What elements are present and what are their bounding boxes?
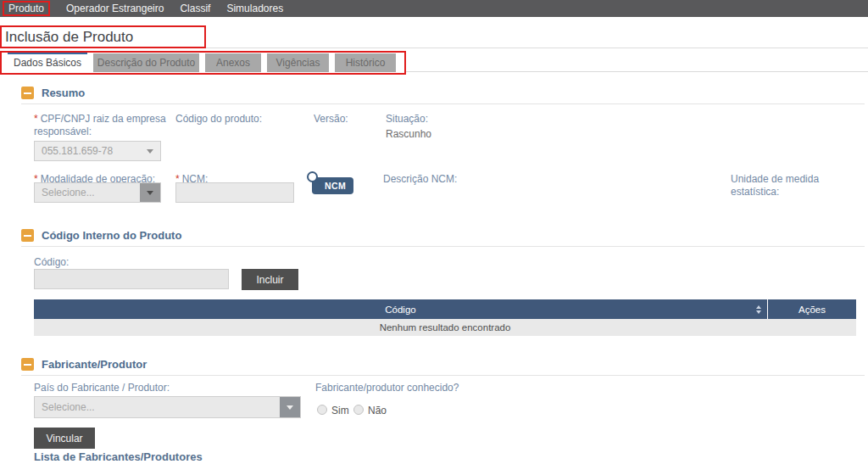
section-title-resumo: Resumo bbox=[42, 87, 85, 99]
descricao-ncm-label: Descrição NCM: bbox=[383, 173, 457, 186]
vincular-button[interactable]: Vincular bbox=[34, 428, 95, 449]
required-marker: * bbox=[34, 113, 38, 125]
codigo-table: Código Ações Nenhum resultado encontrado bbox=[34, 299, 856, 336]
incluir-button[interactable]: Incluir bbox=[242, 269, 298, 290]
ncm-input[interactable] bbox=[175, 182, 294, 203]
column-header-codigo-text: Código bbox=[385, 305, 415, 315]
sort-icon[interactable] bbox=[756, 305, 761, 314]
section-header-codigo-interno: Código Interno do Produto bbox=[21, 229, 865, 247]
codigo-input[interactable] bbox=[34, 269, 229, 289]
situacao-label: Situação: bbox=[386, 113, 428, 126]
nav-item-produto[interactable]: Produto bbox=[3, 1, 50, 16]
nav-item-simuladores[interactable]: Simuladores bbox=[226, 3, 283, 14]
fabricante-conhecido-label: Fabricante/produtor conhecido? bbox=[315, 382, 459, 394]
column-header-acoes-text: Ações bbox=[798, 305, 826, 315]
tab-descricao-do-produto[interactable]: Descrição do Produto bbox=[93, 53, 199, 72]
pais-fabricante-label: País do Fabricante / Produtor: bbox=[34, 382, 170, 394]
chevron-down-icon[interactable] bbox=[140, 183, 160, 202]
tab-bar: Dados Básicos Descrição do Produto Anexo… bbox=[0, 51, 406, 75]
chevron-down-icon[interactable] bbox=[280, 397, 300, 417]
cpf-cnpj-value: 055.181.659-78 bbox=[35, 145, 147, 157]
lista-fabricantes-title: Lista de Fabricantes/Produtores bbox=[34, 450, 203, 463]
title-divider bbox=[206, 48, 868, 48]
radio-sim-label: Sim bbox=[331, 405, 349, 416]
pais-fabricante-value: Selecione... bbox=[35, 401, 280, 413]
collapse-minus-icon[interactable] bbox=[21, 87, 34, 99]
cpf-cnpj-label-text: CPF/CNPJ raiz da empresa responsável: bbox=[34, 113, 166, 137]
column-header-codigo[interactable]: Código bbox=[34, 305, 767, 315]
annotation-box-title: Inclusão de Produto bbox=[0, 25, 206, 48]
section-header-fabricante: Fabricante/Produtor bbox=[21, 358, 865, 376]
cpf-cnpj-select[interactable]: 055.181.659-78 bbox=[34, 141, 161, 161]
cpf-cnpj-label: *CPF/CNPJ raiz da empresa responsável: bbox=[34, 113, 176, 138]
radio-nao[interactable] bbox=[353, 405, 364, 415]
modalidade-value: Selecione... bbox=[35, 187, 140, 198]
codigo-table-header: Código Ações bbox=[34, 299, 856, 319]
nav-item-operador-estrangeiro[interactable]: Operador Estrangeiro bbox=[66, 3, 164, 14]
tab-anexos[interactable]: Anexos bbox=[205, 53, 261, 72]
radio-nao-label: Não bbox=[368, 405, 387, 416]
unidade-medida-label: Unidade de medida estatística: bbox=[731, 173, 868, 198]
top-nav: Produto Operador Estrangeiro Classif Sim… bbox=[0, 0, 868, 17]
page-title: Inclusão de Produto bbox=[2, 29, 133, 46]
tab-vigencias[interactable]: Vigências bbox=[267, 53, 329, 72]
collapse-minus-icon[interactable] bbox=[21, 358, 34, 371]
situacao-value: Rascunho bbox=[386, 128, 431, 140]
codigo-produto-label: Código do produto: bbox=[175, 113, 262, 126]
chevron-down-icon bbox=[147, 149, 153, 154]
tab-historico[interactable]: Histórico bbox=[335, 53, 396, 72]
radio-sim[interactable] bbox=[317, 405, 327, 415]
collapse-minus-icon[interactable] bbox=[21, 229, 34, 242]
column-header-acoes: Ações bbox=[767, 299, 856, 319]
section-title-fabricante: Fabricante/Produtor bbox=[42, 358, 147, 371]
versao-label: Versão: bbox=[314, 113, 348, 126]
section-title-codigo-interno: Código Interno do Produto bbox=[42, 229, 181, 242]
ncm-search-group: NCM bbox=[307, 171, 356, 195]
app-window: Produto Operador Estrangeiro Classif Sim… bbox=[0, 0, 868, 464]
pais-fabricante-select[interactable]: Selecione... bbox=[34, 396, 301, 418]
modalidade-select[interactable]: Selecione... bbox=[34, 182, 161, 203]
section-header-resumo: Resumo bbox=[21, 87, 865, 104]
nav-item-classif[interactable]: Classif bbox=[180, 3, 210, 14]
tab-dados-basicos[interactable]: Dados Básicos bbox=[8, 53, 87, 72]
codigo-label: Código: bbox=[34, 256, 69, 269]
search-icon bbox=[307, 171, 318, 182]
tabs-underline bbox=[406, 71, 868, 72]
table-empty-row: Nenhum resultado encontrado bbox=[34, 319, 856, 336]
